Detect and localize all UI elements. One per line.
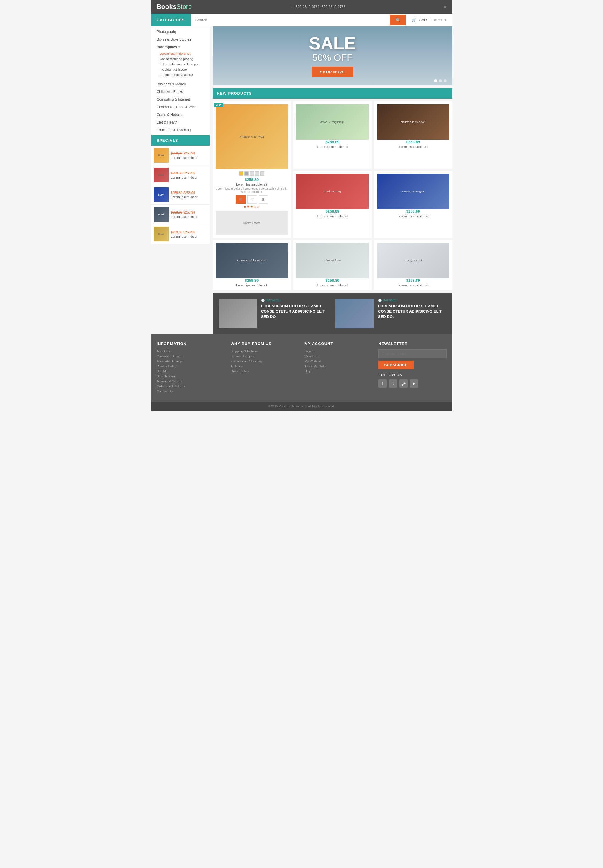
search-input[interactable] (191, 15, 390, 25)
footer-link-contact[interactable]: Contact Us (157, 389, 225, 393)
color-lgray3[interactable] (260, 171, 264, 176)
facebook-icon[interactable]: f (378, 380, 387, 388)
sidebar-item-computing[interactable]: Computing & Internet (151, 96, 210, 103)
footer-link-about[interactable]: About Us (157, 349, 225, 353)
sidebar-item-bibles[interactable]: Bibles & Bible Studies (151, 36, 210, 43)
featured-stars: ★★★☆☆ (216, 205, 288, 209)
special-price-old-1: $258.89 (171, 151, 182, 155)
hero-dots (434, 79, 447, 82)
main-layout: Photography Bibles & Bible Studies Biogr… (151, 26, 452, 334)
product-3-price: $258.89 (296, 209, 369, 213)
special-title-5: Lorem ipsum dolor (171, 235, 198, 238)
newsletter-email-input[interactable] (378, 349, 446, 358)
footer-link-privacy[interactable]: Privacy Policy (157, 364, 225, 368)
footer-link-orders[interactable]: Orders and Returns (157, 385, 225, 388)
cart-dropdown-icon: ▾ (444, 18, 447, 22)
product-6-img: The Outsiders (296, 243, 369, 278)
logo-light: Store (176, 3, 192, 10)
main-content: SALE 50% OFF SHOP NOW! NEW PRODUCTS NEW … (210, 26, 452, 334)
footer-link-template-settings[interactable]: Template Settings (157, 360, 225, 363)
special-price-old-5: $258.89 (171, 230, 182, 234)
footer-link-advanced-search[interactable]: Advanced Search (157, 380, 225, 383)
product-3-title: Lorem ipsum dolor sit (296, 215, 369, 218)
sidebar-item-childrens[interactable]: Children's Books (151, 88, 210, 96)
footer-link-cart[interactable]: View Cart (305, 354, 373, 358)
featured-title: Lorem ipsum dolor sit (216, 183, 288, 186)
footer-link-secure[interactable]: Secure Shopping (230, 354, 298, 358)
product-1-img: Jesus - A Pilgrimage (296, 104, 369, 140)
footer-link-wishlist[interactable]: My Wishlist (305, 360, 373, 363)
hero-dot-1[interactable] (434, 79, 437, 82)
footer-link-affiliates[interactable]: Affiliates (230, 364, 298, 368)
footer-link-group-sales[interactable]: Group Sales (230, 369, 298, 373)
product-6-price: $258.89 (296, 278, 369, 283)
sidebar-item-business[interactable]: Business & Money (151, 80, 210, 88)
color-gray[interactable] (244, 171, 249, 176)
sidebar-item-photography[interactable]: Photography (151, 28, 210, 36)
compare-featured[interactable]: ⊞ (258, 195, 268, 204)
twitter-icon[interactable]: t (389, 380, 397, 388)
footer-link-international[interactable]: International Shipping (230, 360, 298, 363)
hero-dot-3[interactable] (444, 79, 447, 82)
wishlist-featured[interactable]: ♡ (247, 195, 257, 204)
sidebar-item-crafts[interactable]: Crafts & Hobbies (151, 111, 210, 119)
product-5-price: $258.89 (216, 278, 288, 283)
phone: 📞 800-2345-6789; 800-2345-6788 (290, 5, 345, 9)
youtube-icon[interactable]: ▶ (410, 380, 418, 388)
special-item-3: Book $258.89 $258.96 Lorem ipsum dolor (151, 185, 210, 205)
search-button[interactable]: 🔍 (390, 15, 406, 25)
sidebar-subitem-conse[interactable]: Conse ctetur adipiscing (154, 56, 210, 62)
product-colors (216, 171, 288, 176)
special-price-new-2: $258.96 (183, 171, 195, 175)
footer-information-heading: INFORMATION (157, 341, 225, 346)
add-to-cart-featured[interactable]: 🛒 (236, 195, 246, 204)
logo: BooksStore (157, 3, 192, 11)
menu-icon[interactable]: ≡ (443, 4, 447, 10)
special-price-new-5: $258.96 (183, 230, 195, 234)
sidebar-item-education[interactable]: Education & Teaching (151, 126, 210, 134)
special-price-old-3: $258.89 (171, 191, 182, 195)
color-lgray1[interactable] (250, 171, 254, 176)
footer-link-track[interactable]: Track My Order (305, 364, 373, 368)
footer-link-help[interactable]: Help (305, 369, 373, 373)
footer-why-heading: WHY BUY FROM US (230, 341, 298, 346)
product-7: George Orwell $258.89 Lorem ipsum dolor … (374, 240, 452, 290)
hero-off-text: 50% OFF (309, 53, 356, 63)
footer-link-sitemap[interactable]: Site Map (157, 369, 225, 373)
googleplus-icon[interactable]: g+ (399, 380, 408, 388)
clock-icon: 🕐 (261, 299, 265, 302)
subscribe-button[interactable]: SUBSCRIBE (378, 361, 414, 369)
sidebar-subitem-incididunt[interactable]: Incididunt ut labore (154, 67, 210, 72)
product-6-title: Lorem ipsum dolor sit (296, 284, 369, 287)
product-1-price: $258.89 (296, 140, 369, 144)
categories-button[interactable]: CATEGORIES (151, 14, 190, 26)
special-price-old-2: $258.89 (171, 171, 182, 175)
sidebar-item-diet[interactable]: Diet & Health (151, 119, 210, 126)
shop-now-button[interactable]: SHOP NOW! (311, 67, 353, 77)
hero-dot-2[interactable] (439, 79, 442, 82)
product-3: Tonal Harmony $258.89 Lorem ipsum dolor … (293, 171, 371, 238)
product-1-title: Lorem ipsum dolor sit (296, 145, 369, 148)
blog-date-2: 🕐 05/13/2015 (378, 299, 447, 302)
special-img-4: Book (154, 207, 169, 222)
sidebar-item-cookbooks[interactable]: Cookbooks, Food & Wine (151, 103, 210, 111)
footer-account: MY ACCOUNT Sign In View Cart My Wishlist… (305, 341, 373, 394)
footer-link-search-terms[interactable]: Search Terms (157, 374, 225, 378)
color-yellow[interactable] (239, 171, 243, 176)
blog-img-1 (218, 299, 257, 328)
phone-icon: 📞 (290, 5, 294, 9)
sidebar-subitem-lorem[interactable]: Lorem ipsum dolor sit (154, 51, 210, 56)
product-7-price: $258.89 (377, 278, 449, 283)
cart-section[interactable]: 🛒 CART 0 items ▾ (406, 14, 452, 26)
sidebar-subitem-elit[interactable]: Elit sed do eiusmod tempor (154, 62, 210, 67)
cart-label: CART (419, 18, 429, 22)
sidebar-item-biographies[interactable]: Biographies ▾ (151, 43, 210, 51)
footer-link-signin[interactable]: Sign In (305, 349, 373, 353)
footer-link-customer-service[interactable]: Customer Service (157, 354, 225, 358)
sidebar-subitem-dolore[interactable]: Et dolore magna alique (154, 72, 210, 77)
special-price-new-1: $258.96 (183, 151, 195, 155)
special-item-1: Book $258.89 $258.96 Lorem ipsum dolor (151, 145, 210, 165)
blog-title-2: LOREM IPSUM DOLOR SIT AMET CONSE CTETUR … (378, 304, 447, 320)
color-lgray2[interactable] (255, 171, 259, 176)
footer-link-shipping[interactable]: Shipping & Returns (230, 349, 298, 353)
